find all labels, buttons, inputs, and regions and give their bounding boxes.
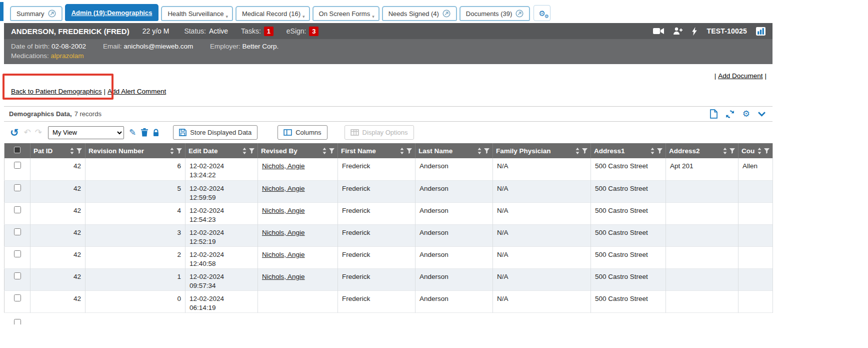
store-displayed-data-button[interactable]: Store Displayed Data — [173, 125, 258, 140]
col-header-select[interactable] — [4, 143, 30, 158]
filter-funnel-icon[interactable] — [76, 148, 82, 154]
add-document-link[interactable]: Add Document — [718, 72, 762, 80]
filter-funnel-icon[interactable] — [764, 148, 770, 154]
cell-address1: 500 Castro Street — [591, 268, 666, 290]
video-camera-icon[interactable] — [653, 28, 664, 35]
col-header-pat-id[interactable]: Pat ID — [30, 143, 86, 158]
section-header: Demographics Data,7 records ⚙ — [4, 107, 772, 122]
col-header-edit-date[interactable]: Edit Date — [186, 143, 258, 158]
sort-icon[interactable] — [70, 148, 74, 154]
filter-funnel-icon[interactable] — [329, 148, 334, 154]
employer-label: Employer: — [210, 43, 240, 50]
cell-family_physician: N/A — [493, 202, 591, 224]
row-checkbox[interactable] — [14, 294, 21, 301]
col-header-county[interactable]: County — [738, 143, 773, 158]
sort-icon[interactable] — [242, 148, 246, 154]
cell-edit_date: 12-02-202412:52:19 — [186, 224, 258, 246]
col-header-revision-number[interactable]: Revision Number — [86, 143, 186, 158]
status-value: Active — [209, 27, 228, 35]
row-checkbox[interactable] — [14, 250, 21, 257]
cell-last_name: Anderson — [416, 180, 493, 202]
back-to-patient-demographics-link[interactable]: Back to Patient Demographics — [11, 88, 102, 95]
tab-on-screen-forms[interactable]: On Screen Forms▾ — [312, 6, 380, 21]
esign-badge[interactable]: 3 — [309, 27, 318, 36]
patient-details-bar: Date of birth: 02-08-2002 Email: anichol… — [4, 39, 772, 64]
select-all-checkbox[interactable] — [14, 147, 20, 153]
filter-funnel-icon[interactable] — [176, 148, 182, 154]
filter-funnel-icon[interactable] — [582, 148, 588, 154]
edit-pencil-icon[interactable]: ✎ — [129, 128, 136, 137]
lightning-icon[interactable] — [692, 27, 698, 36]
row-checkbox[interactable] — [14, 228, 21, 235]
cell-last_name: Anderson — [416, 268, 493, 290]
cell-edit_date: 12-02-202412:59:59 — [186, 180, 258, 202]
undo-icon[interactable]: ↺ — [10, 127, 19, 138]
medications-label: Medications: — [11, 52, 49, 60]
col-header-address1[interactable]: Address1 — [591, 143, 666, 158]
nav-prev-icon[interactable]: ↶ — [24, 128, 31, 137]
add-alert-comment-link[interactable]: Add Alert Comment — [108, 88, 166, 95]
chevron-down-icon[interactable] — [758, 112, 766, 117]
bar-chart-icon[interactable] — [756, 27, 766, 36]
open-circle-arrow-icon[interactable] — [516, 10, 524, 18]
partial-next-row — [4, 319, 772, 324]
employer: Employer: Better Corp. — [210, 43, 278, 50]
row-checkbox[interactable] — [14, 206, 21, 213]
revised-by-link[interactable]: Nichols, Angie — [262, 185, 305, 192]
add-person-icon[interactable] — [673, 27, 683, 35]
sort-icon[interactable] — [576, 148, 580, 154]
filter-funnel-icon[interactable] — [406, 148, 412, 154]
open-circle-arrow-icon[interactable] — [48, 10, 56, 18]
row-checkbox[interactable] — [14, 272, 21, 279]
filter-funnel-icon[interactable] — [657, 148, 662, 154]
tab-health-surveillance[interactable]: Health Surveillance▾ — [161, 6, 233, 21]
view-select[interactable]: My View — [48, 126, 124, 139]
col-header-address2[interactable]: Address2 — [666, 143, 738, 158]
tab-admin-19-demographics[interactable]: Admin (19):Demographics — [65, 4, 159, 21]
lock-icon[interactable] — [153, 129, 159, 137]
revised-by-link[interactable]: Nichols, Angie — [262, 229, 305, 236]
cell-revision_number: 4 — [86, 202, 186, 224]
cell-select — [4, 180, 30, 202]
row-checkbox[interactable] — [14, 162, 21, 169]
tab-summary[interactable]: Summary — [10, 6, 62, 21]
nav-next-icon[interactable]: ↷ — [35, 128, 42, 137]
tab-needs-signed-4[interactable]: Needs Signed (4) — [382, 6, 457, 21]
sort-icon[interactable] — [723, 148, 727, 154]
sort-icon[interactable] — [650, 148, 654, 154]
tab-documents-39[interactable]: Documents (39) — [460, 6, 530, 21]
sort-icon[interactable] — [478, 148, 482, 154]
cell-select — [4, 158, 30, 180]
cell-revision_number: 3 — [86, 224, 186, 246]
tab-medical-record-16[interactable]: Medical Record (16)▾ — [236, 6, 310, 21]
col-header-last-name[interactable]: Last Name — [416, 143, 493, 158]
row-checkbox[interactable] — [14, 319, 21, 324]
open-circle-arrow-icon[interactable] — [442, 10, 450, 18]
filter-funnel-icon[interactable] — [249, 148, 254, 154]
delete-trash-icon[interactable] — [141, 128, 148, 137]
filter-funnel-icon[interactable] — [484, 148, 490, 154]
column-label: County — [742, 147, 755, 155]
col-header-revised-by[interactable]: Revised By — [258, 143, 338, 158]
sort-icon[interactable] — [322, 148, 326, 154]
refresh-icon[interactable] — [726, 110, 734, 119]
col-header-family-physician[interactable]: Family Physician — [493, 143, 591, 158]
revised-by-link[interactable]: Nichols, Angie — [262, 162, 305, 170]
col-header-first-name[interactable]: First Name — [338, 143, 416, 158]
filter-funnel-icon[interactable] — [730, 148, 735, 154]
sort-icon[interactable] — [400, 148, 404, 154]
sort-icon[interactable] — [170, 148, 174, 154]
medications-value[interactable]: alprazolam — [51, 52, 84, 60]
cell-address1: 500 Castro Street — [591, 202, 666, 224]
revised-by-link[interactable]: Nichols, Angie — [262, 207, 305, 214]
revised-by-link[interactable]: Nichols, Angie — [262, 251, 305, 258]
new-document-icon[interactable] — [710, 109, 718, 119]
gear-icon[interactable]: ⚙ — [742, 110, 750, 118]
columns-button[interactable]: Columns — [278, 125, 327, 140]
row-checkbox[interactable] — [14, 184, 21, 191]
revised-by-link[interactable]: Nichols, Angie — [262, 273, 305, 280]
sort-icon[interactable] — [758, 148, 762, 154]
tab-settings-button[interactable]: ⚙⚙ — [534, 5, 550, 21]
cell-edit_date: 12-02-202412:54:23 — [186, 202, 258, 224]
tasks-badge[interactable]: 1 — [264, 27, 274, 36]
